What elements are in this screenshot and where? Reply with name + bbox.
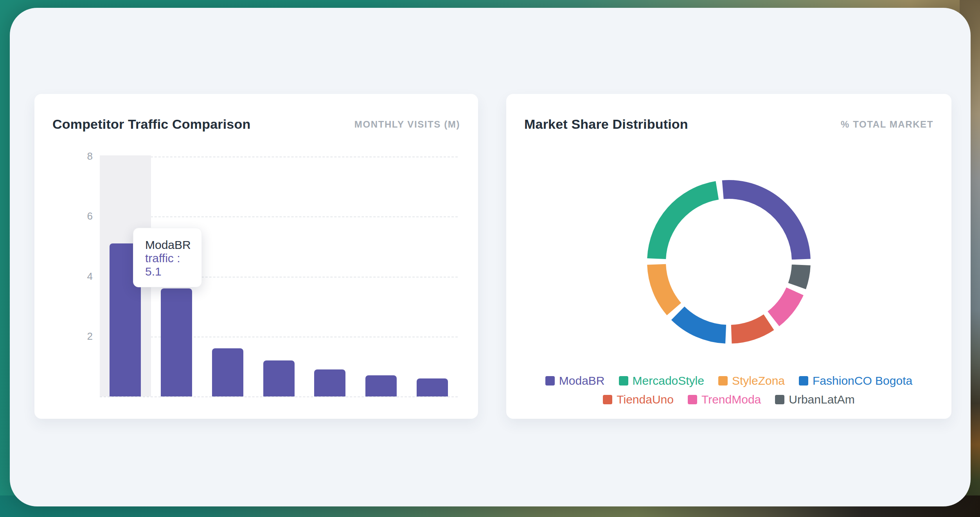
legend-item-tiendauno[interactable]: TiendaUno <box>603 393 674 406</box>
legend-label: MercadoStyle <box>633 374 704 387</box>
donut-legend: ModaBRMercadoStyleStyleZonaFashionCO Bog… <box>506 374 951 406</box>
market-card-title: Market Share Distribution <box>524 117 688 132</box>
legend-row: ModaBRMercadoStyleStyleZonaFashionCO Bog… <box>545 374 912 387</box>
legend-item-modabr[interactable]: ModaBR <box>545 374 605 387</box>
traffic-plot: 8642 ModaBR traffic : 5.1 <box>100 157 458 396</box>
legend-item-stylezona[interactable]: StyleZona <box>718 374 785 387</box>
y-gridline <box>100 157 458 157</box>
chart-tooltip: ModaBR traffic : 5.1 <box>133 228 202 287</box>
legend-swatch <box>603 395 612 404</box>
y-axis-tick-label: 4 <box>87 270 93 282</box>
market-card-header: Market Share Distribution % TOTAL MARKET <box>524 117 933 132</box>
donut-slice-urbanlatam[interactable] <box>788 265 811 289</box>
legend-swatch <box>688 395 697 404</box>
traffic-card-header: Competitor Traffic Comparison MONTHLY VI… <box>52 117 460 132</box>
legend-item-urbanlatam[interactable]: UrbanLatAm <box>775 393 854 406</box>
legend-item-fashionco-bogota[interactable]: FashionCO Bogota <box>799 374 912 387</box>
traffic-card-subtitle: MONTHLY VISITS (M) <box>354 119 460 130</box>
legend-swatch <box>545 376 555 385</box>
traffic-bar-stylezona[interactable] <box>212 348 243 396</box>
y-gridline <box>100 396 458 397</box>
traffic-bar-trendmoda[interactable] <box>365 375 397 396</box>
traffic-bar-mercadostyle[interactable] <box>161 288 192 396</box>
legend-swatch <box>718 376 728 385</box>
legend-label: TiendaUno <box>617 393 674 406</box>
traffic-bar-tiendauno[interactable] <box>314 369 345 396</box>
traffic-bar-urbanlatam[interactable] <box>417 378 448 396</box>
y-axis-tick-label: 8 <box>87 150 93 162</box>
traffic-card-title: Competitor Traffic Comparison <box>52 117 250 132</box>
traffic-comparison-card: Competitor Traffic Comparison MONTHLY VI… <box>34 94 478 419</box>
y-axis-tick-label: 2 <box>87 330 93 342</box>
legend-label: StyleZona <box>732 374 785 387</box>
traffic-bar-fashionco-bogota[interactable] <box>263 360 295 396</box>
donut-slice-mercadostyle[interactable] <box>647 181 719 259</box>
y-gridline <box>100 337 458 337</box>
tooltip-value-line: traffic : 5.1 <box>145 252 190 278</box>
donut-slice-tiendauno[interactable] <box>731 314 774 344</box>
legend-label: ModaBR <box>559 374 605 387</box>
donut-slice-fashionco-bogota[interactable] <box>671 306 726 343</box>
legend-swatch <box>775 395 784 404</box>
market-share-card: Market Share Distribution % TOTAL MARKET… <box>506 94 951 419</box>
tooltip-series-name: ModaBR <box>145 238 190 252</box>
market-card-subtitle: % TOTAL MARKET <box>841 119 933 130</box>
y-gridline <box>100 216 458 217</box>
donut-slice-modabr[interactable] <box>722 180 811 259</box>
legend-swatch <box>799 376 808 385</box>
donut-slice-trendmoda[interactable] <box>768 288 804 326</box>
legend-label: FashionCO Bogota <box>813 374 912 387</box>
dashboard-panel: Competitor Traffic Comparison MONTHLY VI… <box>10 8 971 506</box>
dashboard-page: { "chart_data": [ { "type": "bar", "titl… <box>0 0 980 517</box>
legend-item-trendmoda[interactable]: TrendModa <box>688 393 761 406</box>
y-axis-tick-label: 6 <box>87 210 93 222</box>
legend-row: TiendaUnoTrendModaUrbanLatAm <box>603 393 854 406</box>
legend-swatch <box>619 376 628 385</box>
donut-slice-stylezona[interactable] <box>647 264 681 315</box>
market-share-donut <box>643 176 815 348</box>
legend-label: TrendModa <box>701 393 761 406</box>
legend-label: UrbanLatAm <box>789 393 854 406</box>
legend-item-mercadostyle[interactable]: MercadoStyle <box>619 374 704 387</box>
